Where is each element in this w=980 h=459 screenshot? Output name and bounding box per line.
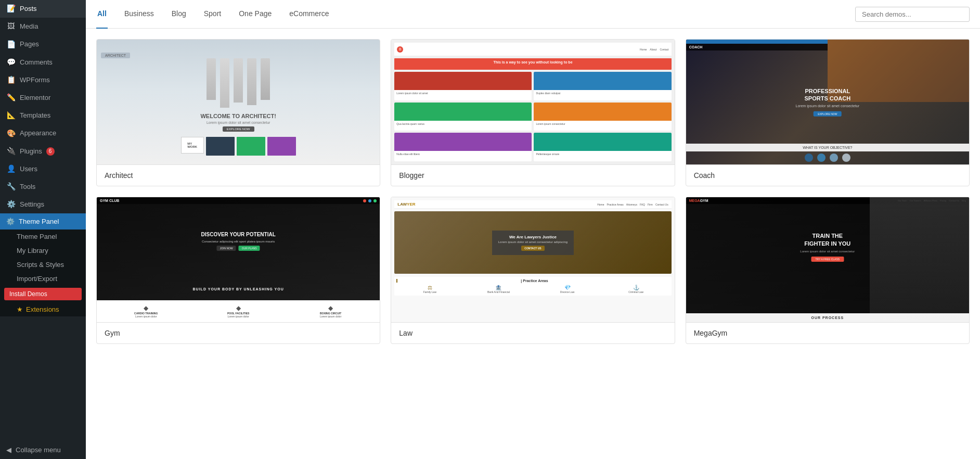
collapse-menu-button[interactable]: ◀ Collapse menu [0,441,86,459]
sidebar-item-settings[interactable]: ⚙️ Settings [0,196,86,213]
search-input[interactable] [855,7,970,22]
demo-title-blogger: Blogger [391,164,674,186]
sidebar-item-label: WPForms [20,75,50,85]
sidebar-item-media[interactable]: 🖼 Media [0,18,86,35]
theme-panel-icon: ⚙️ [6,218,15,225]
sidebar-item-label: Media [20,22,38,31]
sidebar-item-label: Elementor [20,93,50,103]
demo-card-coach[interactable]: COACH HOME ABOUT SERVICES CONTACT PROFES… [686,39,970,186]
demo-card-blogger[interactable]: B Home About Contact This is a way to se… [391,39,675,186]
tab-ecommerce[interactable]: eCommerce [288,0,330,29]
collapse-icon: ◀ [6,446,11,454]
demo-grid: ARCHITECT WELCOME TO ARCHITECT! Lorem ip… [86,29,980,459]
elementor-icon: ✏️ [6,93,16,103]
sidebar-item-label: Posts [20,4,37,14]
sidebar-item-label: Tools [20,182,35,192]
demo-title-coach: Coach [686,164,969,186]
media-icon: 🖼 [6,22,16,31]
appearance-icon: 🎨 [6,129,16,138]
demo-card-gym[interactable]: GYM CLUB DISCOVER YOUR POTENTIAL Consect… [96,197,380,344]
demo-card-law[interactable]: LAWYER HomePractice AreasAttorneysFAQFir… [391,197,675,344]
sidebar-item-elementor[interactable]: ✏️ Elementor [0,89,86,107]
demo-title-megagym: MegaGym [686,322,969,343]
comments-icon: 💬 [6,58,16,67]
submenu-item-extensions[interactable]: ★ Extensions [0,302,86,316]
sidebar-item-comments[interactable]: 💬 Comments [0,54,86,71]
sidebar-item-theme-panel[interactable]: ⚙️ Theme Panel [0,213,86,230]
demo-preview-coach: COACH HOME ABOUT SERVICES CONTACT PROFES… [686,40,969,164]
sidebar-item-label: Appearance [20,129,56,138]
main-content: All Business Blog Sport One Page eCommer… [86,0,980,459]
tab-sport[interactable]: Sport [203,0,222,29]
demo-preview-megagym: MEGAGYM Our Team Our Trainers Affiliates… [686,197,969,322]
sidebar-item-appearance[interactable]: 🎨 Appearance [0,124,86,142]
tab-one-page[interactable]: One Page [238,0,273,29]
submenu-item-theme-panel[interactable]: Theme Panel [0,230,86,244]
demo-card-megagym[interactable]: MEGAGYM Our Team Our Trainers Affiliates… [686,197,970,344]
plugins-icon: 🔌 [6,147,16,156]
demo-preview-law: LAWYER HomePractice AreasAttorneysFAQFir… [391,197,674,322]
plugins-badge: 6 [46,147,55,156]
sidebar-item-wpforms[interactable]: 📋 WPForms [0,71,86,89]
sidebar-item-label: Pages [20,40,39,49]
sidebar-item-label: Settings [20,200,44,209]
sidebar-item-pages[interactable]: 📄 Pages [0,35,86,53]
demo-card-architect[interactable]: ARCHITECT WELCOME TO ARCHITECT! Lorem ip… [96,39,380,186]
tab-all[interactable]: All [96,0,108,29]
wpforms-icon: 📋 [6,75,16,85]
demo-preview-architect: ARCHITECT WELCOME TO ARCHITECT! Lorem ip… [97,40,380,164]
sidebar-item-templates[interactable]: 📐 Templates [0,107,86,124]
install-demos-button[interactable]: Install Demos [4,288,82,300]
submenu-item-import-export[interactable]: Import/Export [0,272,86,286]
filter-bar: All Business Blog Sport One Page eCommer… [86,0,980,29]
star-icon: ★ [17,305,23,313]
pages-icon: 📄 [6,40,16,49]
sidebar-item-posts[interactable]: 📝 Posts [0,0,86,18]
sidebar-item-label: Templates [20,111,50,120]
tab-blog[interactable]: Blog [171,0,187,29]
templates-icon: 📐 [6,111,16,120]
sidebar-item-label: Comments [20,58,53,67]
tab-business[interactable]: Business [123,0,155,29]
sidebar-item-users[interactable]: 👤 Users [0,160,86,178]
demo-preview-blogger: B Home About Contact This is a way to se… [391,40,674,164]
demo-preview-gym: GYM CLUB DISCOVER YOUR POTENTIAL Consect… [97,197,380,322]
demo-title-architect: Architect [97,164,380,186]
posts-icon: 📝 [6,4,16,14]
theme-panel-submenu: Theme Panel My Library Scripts & Styles … [0,230,86,316]
submenu-item-my-library[interactable]: My Library [0,244,86,258]
sidebar-item-plugins[interactable]: 🔌 Plugins 6 [0,143,86,160]
tools-icon: 🔧 [6,182,16,192]
sidebar-item-label: Users [20,164,37,174]
sidebar: 📝 Posts 🖼 Media 📄 Pages 💬 Comments 📋 WPF… [0,0,86,459]
users-icon: 👤 [6,164,16,174]
sidebar-item-label: Theme Panel [19,218,59,225]
sidebar-item-label: Plugins [20,147,42,156]
sidebar-item-tools[interactable]: 🔧 Tools [0,178,86,196]
submenu-item-scripts-styles[interactable]: Scripts & Styles [0,258,86,272]
settings-icon: ⚙️ [6,200,16,209]
demo-title-law: Law [391,322,674,343]
demo-title-gym: Gym [97,322,380,343]
